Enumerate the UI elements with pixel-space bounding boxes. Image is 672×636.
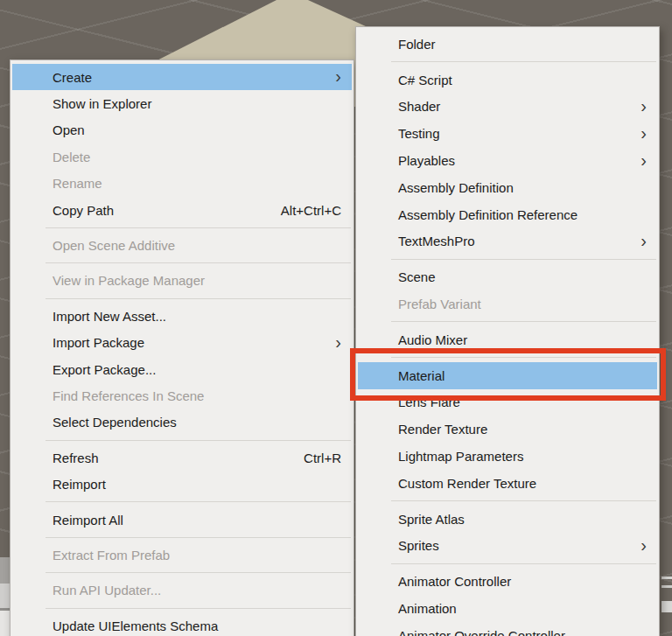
menu-item-label: Open Scene Additive	[52, 238, 341, 253]
menu-item-testing[interactable]: Testing›	[356, 120, 659, 147]
menu-item-label: Animator Override Controller	[398, 628, 647, 636]
background-panel-strip	[662, 585, 672, 588]
menu-item-show-in-explorer[interactable]: Show in Explorer	[10, 90, 354, 116]
menu-item-label: Copy Path	[52, 203, 270, 218]
menu-item-label: Import Package	[52, 335, 325, 350]
background-panel-strip	[0, 611, 10, 636]
menu-item-reimport[interactable]: Reimport	[10, 471, 354, 497]
menu-item-label: Playables	[398, 153, 630, 168]
menu-item-animator-override-controller[interactable]: Animator Override Controller	[356, 622, 659, 636]
menu-item-animation[interactable]: Animation	[356, 595, 659, 622]
menu-separator	[46, 608, 351, 609]
menu-item-create[interactable]: Create›	[12, 64, 352, 90]
menu-item-sprites[interactable]: Sprites›	[356, 533, 659, 560]
menu-item-label: Show in Explorer	[52, 96, 341, 111]
menu-separator	[46, 440, 351, 441]
menu-item-find-references-in-scene[interactable]: Find References In Scene	[10, 382, 354, 409]
menu-item-label: Create	[52, 70, 325, 85]
menu-item-label: Sprite Atlas	[398, 512, 647, 527]
menu-item-label: Export Package...	[52, 362, 341, 377]
menu-item-label: TextMeshPro	[398, 234, 630, 248]
menu-item-label: Sprites	[398, 538, 630, 553]
menu-item-import-package[interactable]: Import Package›	[10, 330, 354, 356]
menu-item-label: C# Script	[398, 73, 647, 87]
menu-separator	[391, 61, 656, 62]
menu-item-reimport-all[interactable]: Reimport All	[10, 507, 354, 533]
menu-item-label: Reimport All	[52, 513, 341, 528]
background-panel-strip	[662, 577, 672, 579]
menu-item-label: Extract From Prefab	[52, 548, 341, 563]
menu-separator	[46, 298, 351, 299]
menu-item-animator-controller[interactable]: Animator Controller	[356, 568, 659, 595]
menu-item-label: View in Package Manager	[52, 273, 341, 288]
menu-item-sprite-atlas[interactable]: Sprite Atlas	[356, 506, 659, 533]
menu-item-label: Folder	[398, 37, 647, 52]
menu-item-render-texture[interactable]: Render Texture	[356, 416, 659, 443]
menu-separator	[46, 501, 351, 502]
menu-item-select-dependencies[interactable]: Select Dependencies	[10, 409, 354, 436]
menu-item-label: Update UIElements Schema	[52, 619, 341, 633]
menu-separator	[46, 262, 351, 263]
menu-item-label: Assembly Definition	[398, 180, 647, 195]
menu-item-shortcut: Ctrl+R	[304, 451, 341, 465]
menu-item-label: Testing	[398, 126, 630, 141]
menu-item-label: Find References In Scene	[52, 388, 341, 403]
menu-item-delete[interactable]: Delete	[10, 143, 354, 170]
menu-item-import-new-asset[interactable]: Import New Asset...	[10, 303, 354, 329]
annotation-box-material	[350, 348, 666, 401]
menu-item-view-in-package-manager[interactable]: View in Package Manager	[10, 268, 354, 294]
menu-item-label: Delete	[52, 150, 341, 164]
menu-item-open-scene-additive[interactable]: Open Scene Additive	[10, 232, 354, 258]
menu-item-prefab-variant[interactable]: Prefab Variant	[356, 290, 659, 318]
menu-separator	[391, 321, 656, 322]
menu-item-lightmap-parameters[interactable]: Lightmap Parameters	[356, 443, 659, 470]
menu-item-assembly-definition[interactable]: Assembly Definition	[356, 174, 659, 201]
menu-item-run-api-updater[interactable]: Run API Updater...	[10, 577, 354, 604]
menu-separator	[391, 259, 656, 260]
menu-item-extract-from-prefab[interactable]: Extract From Prefab	[10, 542, 354, 568]
menu-item-shader[interactable]: Shader›	[356, 94, 659, 121]
menu-item-label: Lightmap Parameters	[398, 449, 647, 464]
menu-item-assembly-definition-reference[interactable]: Assembly Definition Reference	[356, 201, 659, 228]
menu-item-label: Refresh	[52, 451, 293, 465]
background-panel-strip	[662, 601, 672, 612]
menu-item-textmeshpro[interactable]: TextMeshPro›	[356, 228, 659, 255]
chevron-right-icon: ›	[640, 97, 647, 115]
menu-separator	[391, 500, 656, 501]
chevron-right-icon: ›	[640, 124, 647, 142]
menu-item-label: Custom Render Texture	[398, 476, 647, 491]
menu-item-playables[interactable]: Playables›	[356, 147, 659, 174]
menu-item-rename[interactable]: Rename	[10, 171, 354, 197]
create-submenu: FolderC# ScriptShader›Testing›Playables›…	[355, 26, 660, 636]
background-panel-strip	[0, 584, 10, 608]
chevron-right-icon: ›	[335, 67, 341, 85]
menu-item-label: Assembly Definition Reference	[398, 207, 647, 222]
menu-item-refresh[interactable]: RefreshCtrl+R	[10, 444, 354, 471]
menu-item-label: Rename	[52, 176, 341, 191]
menu-separator	[46, 572, 351, 573]
menu-separator	[46, 227, 351, 228]
menu-item-custom-render-texture[interactable]: Custom Render Texture	[356, 470, 659, 497]
menu-item-scene[interactable]: Scene	[356, 263, 659, 290]
chevron-right-icon: ›	[640, 536, 647, 554]
menu-item-label: Animator Controller	[398, 574, 647, 589]
menu-item-label: Open	[52, 122, 341, 137]
menu-item-label: Audio Mixer	[398, 332, 647, 347]
project-context-menu: Create›Show in ExplorerOpenDeleteRenameC…	[10, 59, 354, 636]
menu-separator	[46, 537, 351, 538]
menu-item-label: Select Dependencies	[52, 415, 341, 430]
menu-item-folder[interactable]: Folder	[356, 31, 659, 58]
menu-item-update-uielements-schema[interactable]: Update UIElements Schema	[10, 612, 354, 636]
menu-item-export-package[interactable]: Export Package...	[10, 356, 354, 382]
menu-item-label: Import New Asset...	[52, 309, 341, 324]
chevron-right-icon: ›	[335, 333, 341, 351]
menu-item-copy-path[interactable]: Copy PathAlt+Ctrl+C	[10, 197, 354, 223]
menu-item-label: Render Texture	[398, 422, 647, 437]
menu-item-open[interactable]: Open	[10, 117, 354, 143]
chevron-right-icon: ›	[640, 232, 647, 249]
menu-item-label: Scene	[398, 269, 647, 284]
menu-item-shortcut: Alt+Ctrl+C	[281, 203, 341, 218]
menu-item-label: Reimport	[52, 477, 341, 492]
menu-item-label: Prefab Variant	[398, 297, 647, 311]
menu-item-c-script[interactable]: C# Script	[356, 66, 659, 94]
